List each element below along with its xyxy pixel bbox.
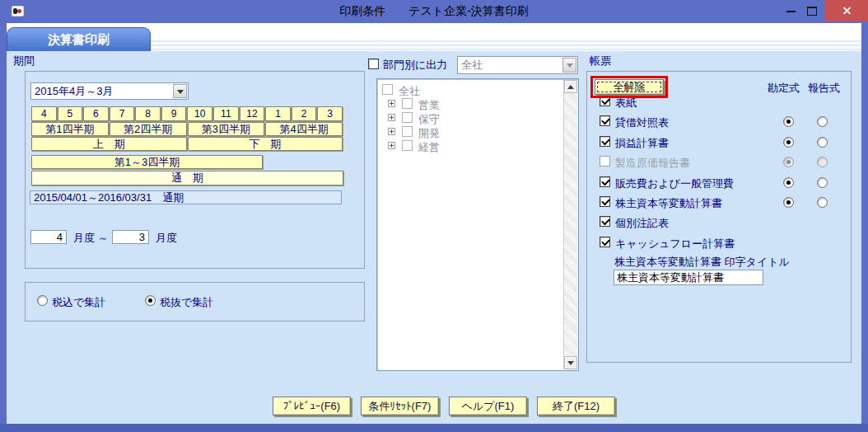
tab-financial-statement-print[interactable]: 決算書印刷 [7, 27, 151, 51]
month-button[interactable]: 8 [135, 106, 161, 121]
report-row: 表紙 [587, 96, 851, 109]
report-format-radio[interactable] [817, 197, 828, 208]
month-button[interactable]: 6 [83, 106, 109, 121]
month-button[interactable]: 12 [240, 106, 265, 121]
department-output-checkbox[interactable] [368, 59, 379, 69]
report-checkbox[interactable] [600, 156, 610, 167]
content-area: 期間 2015年4月～3月 456789101112123 第1四半期第2四半期… [7, 51, 861, 424]
report-checkbox[interactable] [600, 196, 610, 207]
month-from-input[interactable]: 4 [30, 230, 67, 244]
footer-button[interactable]: ヘルプ(F1) [449, 397, 527, 416]
scroll-down-icon[interactable] [564, 356, 577, 369]
chevron-down-icon[interactable] [173, 84, 187, 98]
footer-button[interactable]: 終了(F12) [537, 397, 615, 416]
tree-item[interactable]: 経営 [377, 139, 578, 153]
month-to-label: 月度 [156, 231, 177, 246]
scroll-up-icon[interactable] [564, 80, 577, 93]
report-checkbox[interactable] [600, 216, 610, 227]
maximize-icon[interactable] [807, 7, 817, 16]
tree-item-checkbox[interactable] [402, 98, 413, 109]
month-button[interactable]: 7 [110, 106, 135, 121]
expand-plus-icon[interactable] [388, 114, 395, 121]
tree-item-checkbox[interactable] [402, 126, 413, 137]
month-button[interactable]: 2 [292, 106, 317, 121]
report-checkbox[interactable] [600, 237, 610, 247]
account-format-radio[interactable] [783, 197, 794, 208]
report-checkbox[interactable] [600, 96, 610, 106]
tax-option-label: 税込で集計 [52, 295, 105, 310]
month-to-input[interactable]: 3 [112, 230, 149, 244]
report-label: 製造原価報告書 [615, 156, 690, 171]
full-term-button[interactable]: 通 期 [31, 171, 343, 185]
half-period-button[interactable]: 下 期 [188, 137, 343, 151]
tree-root-checkbox[interactable] [382, 84, 393, 95]
account-format-radio[interactable] [783, 137, 794, 148]
tax-groupbox: 税込で集計 税抜で集計 [25, 282, 365, 322]
month-button[interactable]: 1 [265, 106, 291, 121]
report-label: 販売費および一般管理費 [615, 176, 734, 191]
half-period-button[interactable]: 上 期 [31, 137, 187, 151]
report-format-radio[interactable] [817, 157, 828, 167]
report-label: 表紙 [615, 96, 637, 110]
tree-item-checkbox[interactable] [402, 140, 413, 151]
tab-strip: 決算書印刷 [7, 23, 861, 51]
period-section-label: 期間 [13, 54, 35, 68]
month-button[interactable]: 5 [58, 106, 83, 121]
report-label: 個別注記表 [615, 216, 669, 231]
report-label: キャッシュフロー計算書 [615, 237, 735, 251]
report-checkbox[interactable] [600, 176, 610, 187]
report-label: 貸借対照表 [615, 115, 669, 130]
report-row: 販売費および一般管理費 [587, 176, 851, 190]
month-button[interactable]: 4 [31, 106, 57, 121]
tree-scrollbar[interactable] [563, 80, 577, 369]
window-title-left: 印刷条件 [339, 4, 385, 19]
window-bottom-border [0, 424, 868, 432]
window-title-right: テスト企業-決算書印刷 [408, 4, 529, 19]
report-checkbox[interactable] [600, 136, 610, 147]
tax-radio[interactable] [37, 295, 48, 306]
footer-button[interactable]: ﾌﾟﾚﾋﾞｭｰ(F6) [273, 397, 351, 416]
quarter-button[interactable]: 第2四半期 [110, 122, 187, 136]
tree-item[interactable]: 開発 [377, 125, 578, 139]
department-dropdown[interactable]: 全社 [457, 56, 578, 74]
account-format-radio[interactable] [783, 116, 794, 127]
account-format-radio[interactable] [783, 177, 794, 188]
footer-button[interactable]: 条件ﾘｾｯﾄ(F7) [361, 397, 439, 416]
window-title: 印刷条件 テスト企業-決算書印刷 [0, 0, 868, 23]
tree-item[interactable]: 保守 [377, 111, 578, 125]
quarter-button[interactable]: 第3四半期 [188, 122, 265, 136]
department-tree: 全社 営業 保守 開発 [376, 78, 579, 371]
expand-plus-icon[interactable] [388, 142, 395, 149]
report-format-radio[interactable] [817, 137, 828, 148]
q1-3-button[interactable]: 第1～3四半期 [31, 155, 263, 169]
minimize-icon[interactable] [786, 11, 796, 12]
period-groupbox: 2015年4月～3月 456789101112123 第1四半期第2四半期第3四… [25, 71, 365, 269]
department-output-label: 部門別に出力 [383, 58, 447, 73]
footer-buttons: ﾌﾟﾚﾋﾞｭｰ(F6)条件ﾘｾｯﾄ(F7)ヘルプ(F1)終了(F12) [273, 397, 615, 416]
report-checkbox[interactable] [600, 115, 610, 126]
month-button[interactable]: 10 [187, 106, 212, 121]
month-button[interactable]: 3 [317, 106, 343, 121]
print-title-input[interactable]: 株主資本等変動計算書 [614, 270, 763, 285]
expand-plus-icon[interactable] [388, 100, 395, 107]
clear-all-button[interactable]: 全解除 [595, 79, 664, 95]
month-button[interactable]: 11 [213, 106, 239, 121]
print-title-label: 株主資本等変動計算書 印字タイトル [614, 255, 790, 270]
report-row: キャッシュフロー計算書 [587, 237, 851, 250]
department-dropdown-value: 全社 [461, 58, 483, 73]
report-format-radio[interactable] [817, 177, 828, 188]
quarter-button[interactable]: 第1四半期 [31, 122, 109, 136]
account-format-radio[interactable] [783, 157, 794, 167]
month-button[interactable]: 9 [161, 106, 187, 121]
quarter-button[interactable]: 第4四半期 [265, 122, 343, 136]
expand-plus-icon[interactable] [388, 128, 395, 135]
close-button[interactable] [825, 0, 868, 21]
report-format-radio[interactable] [817, 116, 828, 127]
tree-item-checkbox[interactable] [402, 112, 413, 123]
month-button-row: 456789101112123 [31, 106, 343, 121]
tax-radio[interactable] [145, 295, 156, 306]
period-range-display: 2015/04/01～2016/03/31 通期 [30, 190, 342, 204]
tree-root-item[interactable]: 全社 [377, 83, 578, 97]
tree-item[interactable]: 営業 [377, 97, 578, 111]
period-preset-dropdown[interactable]: 2015年4月～3月 [30, 82, 189, 100]
